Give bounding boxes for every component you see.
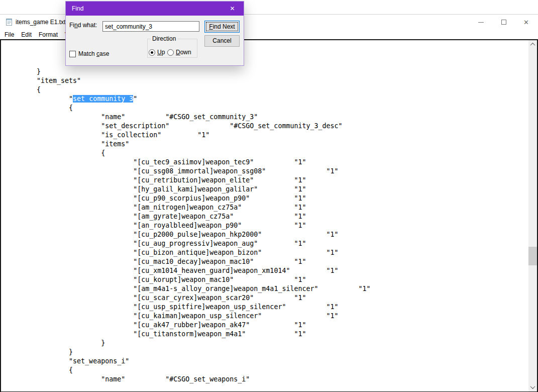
- find-dialog: Find ✕ Find what: Find Next Cancel Direc…: [65, 1, 244, 66]
- find-dialog-title: Find: [72, 2, 83, 16]
- direction-label: Direction: [151, 35, 177, 42]
- menu-item-format[interactable]: Format: [35, 30, 61, 39]
- window-title: items_game E1.txt -: [16, 15, 69, 30]
- match-case-checkbox-icon: [69, 51, 76, 57]
- chevron-up-icon: [530, 43, 535, 48]
- minimize-button[interactable]: [470, 15, 492, 30]
- window-controls: ✕: [470, 15, 537, 30]
- radio-up-label: Up: [157, 49, 165, 56]
- find-what-label: Find what:: [69, 22, 97, 29]
- radio-down-label: Down: [176, 49, 191, 56]
- find-dialog-titlebar[interactable]: Find ✕: [66, 2, 244, 16]
- find-dialog-close-button[interactable]: ✕: [221, 2, 244, 16]
- editor[interactable]: } "item_sets" { "set_community_3" { "nam…: [0, 39, 538, 392]
- match-case-label: Match case: [78, 50, 109, 57]
- menu-item-edit[interactable]: Edit: [18, 30, 35, 39]
- find-what-input[interactable]: [102, 21, 199, 32]
- scroll-down-button[interactable]: [528, 383, 537, 391]
- radio-up[interactable]: Up: [149, 49, 165, 56]
- cancel-button[interactable]: Cancel: [204, 35, 240, 47]
- minimize-icon: [478, 22, 484, 23]
- selected-text: set_community_3: [73, 95, 133, 103]
- find-dialog-close-icon: ✕: [230, 6, 235, 12]
- notepad-icon: [5, 18, 13, 26]
- menu-item-file[interactable]: File: [1, 30, 18, 39]
- close-button[interactable]: ✕: [515, 15, 537, 30]
- editor-text[interactable]: } "item_sets" { "set_community_3" { "nam…: [1, 40, 528, 391]
- find-next-button[interactable]: Find Next: [204, 21, 240, 33]
- maximize-button[interactable]: [492, 15, 515, 30]
- match-case-checkbox[interactable]: Match case: [69, 50, 109, 57]
- scroll-thumb[interactable]: [528, 247, 537, 265]
- scroll-up-button[interactable]: [528, 40, 537, 49]
- radio-down[interactable]: Down: [167, 49, 191, 56]
- maximize-icon: [501, 20, 506, 25]
- radio-down-icon: [167, 49, 174, 56]
- notepad-window: items_game E1.txt - ✕ FileEditFormatView…: [0, 14, 538, 392]
- vertical-scrollbar[interactable]: [528, 40, 537, 391]
- chevron-down-icon: [530, 384, 535, 389]
- close-icon: ✕: [523, 19, 529, 26]
- radio-up-icon: [149, 49, 155, 56]
